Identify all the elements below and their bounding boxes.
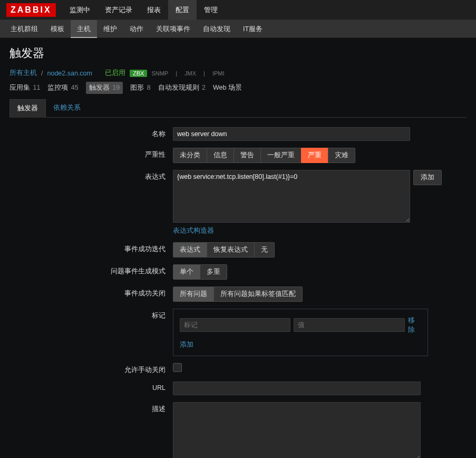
tags-box: 移除 添加 bbox=[173, 309, 428, 356]
label-expression: 表达式 bbox=[9, 170, 173, 235]
page-title: 触发器 bbox=[9, 45, 467, 61]
sev-option[interactable]: 警告 bbox=[234, 148, 261, 163]
interface-badge: JMX bbox=[181, 70, 199, 77]
name-input[interactable] bbox=[173, 127, 410, 141]
topnav-item[interactable]: 报表 bbox=[140, 0, 168, 20]
label-ok-gen: 事件成功迭代 bbox=[9, 242, 173, 257]
expression-builder-link[interactable]: 表达式构造器 bbox=[173, 226, 214, 235]
okgen-option[interactable]: 无 bbox=[254, 242, 275, 257]
tag-remove-link[interactable]: 移除 bbox=[408, 316, 422, 335]
host-link[interactable]: 应用集 11 bbox=[9, 83, 40, 92]
sev-option[interactable]: 严重 bbox=[301, 148, 328, 163]
severity-group: 未分类信息警告一般严重严重灾难 bbox=[173, 148, 355, 163]
sev-option[interactable]: 一般严重 bbox=[260, 148, 302, 163]
okgen-option[interactable]: 表达式 bbox=[173, 242, 207, 257]
trigger-form: 名称 严重性 未分类信息警告一般严重严重灾难 表达式 {web service:… bbox=[9, 118, 467, 458]
host-link[interactable]: Web 场景 bbox=[213, 83, 242, 92]
description-textarea[interactable] bbox=[173, 402, 421, 458]
subnav-item[interactable]: 维护 bbox=[97, 20, 123, 38]
problem-mode-group: 单个多重 bbox=[173, 264, 227, 280]
tabs: 触发器依赖关系 bbox=[9, 99, 467, 118]
host-link[interactable]: 图形 8 bbox=[130, 83, 150, 92]
manual-close-checkbox[interactable] bbox=[173, 363, 182, 372]
topnav-item[interactable]: 监测中 bbox=[62, 0, 98, 20]
breadcrumb-host[interactable]: node2.san.com bbox=[47, 70, 92, 77]
host-link[interactable]: 监控项 45 bbox=[47, 83, 78, 92]
host-enabled-label: 已启用 bbox=[105, 69, 125, 78]
tag-value-input[interactable] bbox=[294, 318, 404, 332]
logo: ZABBIX bbox=[6, 3, 56, 17]
ok-close-group: 所有问题所有问题如果标签值匹配 bbox=[173, 287, 303, 302]
okclose-option[interactable]: 所有问题如果标签值匹配 bbox=[213, 287, 303, 302]
subnav-item[interactable]: 主机群组 bbox=[4, 20, 44, 38]
label-url: URL bbox=[9, 381, 173, 395]
label-description: 描述 bbox=[9, 402, 173, 458]
tab[interactable]: 依赖关系 bbox=[46, 99, 88, 117]
okgen-option[interactable]: 恢复表达式 bbox=[207, 242, 255, 257]
sev-option[interactable]: 未分类 bbox=[173, 148, 207, 163]
host-link[interactable]: 触发器 19 bbox=[86, 82, 123, 94]
sub-nav: 主机群组模板主机维护动作关联项事件自动发现IT服务 bbox=[0, 20, 476, 38]
okclose-option[interactable]: 所有问题 bbox=[173, 287, 214, 302]
url-input[interactable] bbox=[173, 381, 421, 395]
expression-textarea[interactable]: {web service:net.tcp.listen[80].last(#1)… bbox=[173, 170, 410, 223]
interface-badge: IPMI bbox=[209, 70, 228, 77]
label-problem-mode: 问题事件生成模式 bbox=[9, 264, 173, 280]
pmode-option[interactable]: 多重 bbox=[200, 264, 227, 280]
subnav-item[interactable]: 主机 bbox=[71, 20, 97, 38]
subnav-item[interactable]: 自动发现 bbox=[197, 20, 237, 38]
top-nav: ZABBIX 监测中资产记录报表配置管理 bbox=[0, 0, 476, 20]
subnav-item[interactable]: 动作 bbox=[123, 20, 150, 38]
pmode-option[interactable]: 单个 bbox=[173, 264, 200, 280]
label-name: 名称 bbox=[9, 127, 173, 141]
interface-badge: ZBX bbox=[130, 70, 147, 77]
tag-name-input[interactable] bbox=[180, 318, 290, 332]
topnav-item[interactable]: 配置 bbox=[168, 0, 197, 20]
host-bar: 所有主机 / node2.san.com 已启用 ZBXSNMP|JMX|IPM… bbox=[9, 69, 467, 94]
ok-gen-group: 表达式恢复表达式无 bbox=[173, 242, 275, 257]
label-severity: 严重性 bbox=[9, 148, 173, 163]
tab[interactable]: 触发器 bbox=[9, 99, 46, 118]
breadcrumb-all-hosts[interactable]: 所有主机 bbox=[9, 69, 37, 78]
topnav-item[interactable]: 管理 bbox=[197, 0, 225, 20]
sev-option[interactable]: 灾难 bbox=[328, 148, 355, 163]
subnav-item[interactable]: IT服务 bbox=[237, 20, 269, 38]
label-manual-close: 允许手动关闭 bbox=[9, 363, 173, 375]
interface-badge: SNMP bbox=[148, 70, 171, 77]
subnav-item[interactable]: 关联项事件 bbox=[150, 20, 197, 38]
subnav-item[interactable]: 模板 bbox=[44, 20, 71, 38]
sev-option[interactable]: 信息 bbox=[207, 148, 234, 163]
topnav-item[interactable]: 资产记录 bbox=[98, 0, 140, 20]
host-link[interactable]: 自动发现规则 2 bbox=[158, 83, 206, 92]
label-tags: 标记 bbox=[9, 309, 173, 356]
label-ok-close: 事件成功关闭 bbox=[9, 287, 173, 302]
expression-add-button[interactable]: 添加 bbox=[413, 170, 442, 185]
breadcrumb-separator: / bbox=[41, 70, 43, 77]
tag-add-link[interactable]: 添加 bbox=[180, 340, 421, 349]
